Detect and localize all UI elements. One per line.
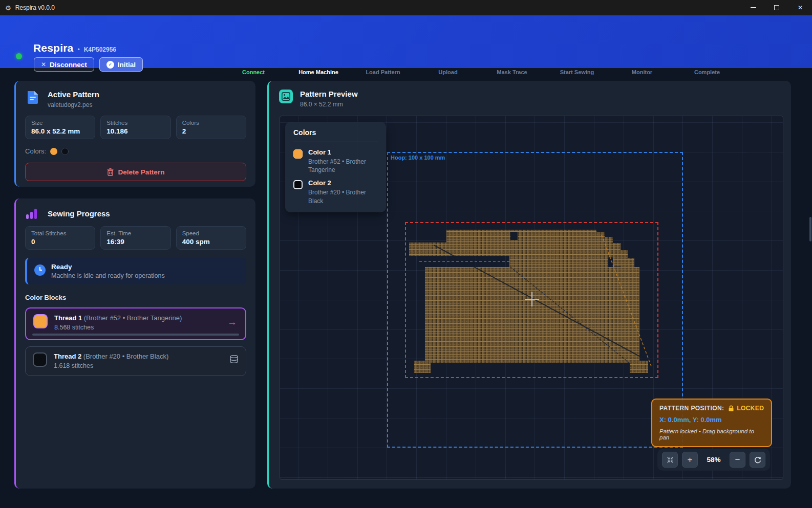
thread-1-title: Thread 1 <box>54 314 82 322</box>
stat-size-value: 86.0 x 52.2 mm <box>31 127 89 135</box>
pattern-bounding-box <box>405 222 658 378</box>
thread-1-swatch <box>33 314 48 328</box>
legend-color-1-name: Color 1 <box>308 148 375 156</box>
stat-speed-label: Speed <box>182 230 240 236</box>
initial-label: Initial <box>118 61 136 69</box>
thread-1-detail: (Brother #52 • Brother Tangerine) <box>84 314 182 322</box>
thread-2-title: Thread 2 <box>54 352 81 360</box>
hoop-label: Hoop: 100 x 100 mm <box>391 154 445 161</box>
close-button[interactable]: ✕ <box>788 0 812 15</box>
step-load-pattern-label: Load Pattern <box>352 69 414 75</box>
thread-2-detail: (Brother #20 • Brother Black) <box>83 352 168 360</box>
document-icon <box>26 90 40 106</box>
close-icon: ✕ <box>41 61 46 68</box>
legend-color-2-name: Color 2 <box>308 179 375 187</box>
pattern-coordinates: X: 0.0mm, Y: 0.0mm <box>659 416 764 424</box>
status-title: Ready <box>51 263 165 271</box>
disconnect-label: Disconnect <box>50 61 87 69</box>
legend-color-2: Color 2 Brother #20 • Brother Black <box>293 179 378 205</box>
pattern-preview-title: Pattern Preview <box>300 90 358 98</box>
legend-color-1-detail: Brother #52 • Brother Tangerine <box>308 158 375 174</box>
legend-swatch-orange <box>293 149 303 159</box>
pattern-position-overlay: PATTERN POSITION: LOCKED X: 0.0mm, Y: 0.… <box>651 399 772 447</box>
app-name: Respira <box>33 42 73 54</box>
preview-canvas[interactable]: Hoop: 100 x 100 mm <box>280 116 783 480</box>
machine-status-box: Ready Machine is idle and ready for oper… <box>25 258 246 284</box>
zoom-level: 58% <box>702 456 725 463</box>
maximize-button[interactable] <box>765 0 788 15</box>
app-icon: ⚙ <box>5 4 11 12</box>
step-mask-trace-label: Mask Trace <box>481 69 543 75</box>
zoom-in-button[interactable]: + <box>682 452 698 468</box>
minimize-button[interactable] <box>741 0 765 15</box>
thread-1-name: Thread 1 (Brother #52 • Brother Tangerin… <box>54 314 182 322</box>
trash-icon <box>107 168 114 176</box>
thread-2-row[interactable]: Thread 2 (Brother #20 • Brother Black) 1… <box>25 346 246 376</box>
color-blocks-heading: Color Blocks <box>16 284 255 301</box>
pattern-dimensions: 86.0 × 52.2 mm <box>300 101 358 108</box>
step-monitor-label: Monitor <box>611 69 673 75</box>
sewing-progress-card: Sewing Progress Total Stitches 0 Est. Ti… <box>14 198 255 489</box>
step-upload-label: Upload <box>417 69 479 75</box>
colors-legend: Colors Color 1 Brother #52 • Brother Tan… <box>285 122 386 212</box>
window-scrollbar[interactable] <box>809 217 811 241</box>
app-header: Respira • K4P502956 ✕ Disconnect ✓ Initi… <box>0 15 812 68</box>
step-start-sewing-label: Start Sewing <box>546 69 608 75</box>
delete-pattern-button[interactable]: Delete Pattern <box>25 163 246 181</box>
stat-est-time-value: 16:39 <box>106 238 164 246</box>
pattern-position-label: PATTERN POSITION: <box>659 405 724 412</box>
check-circle-icon: ✓ <box>106 61 114 69</box>
active-pattern-title: Active Pattern <box>48 90 99 99</box>
colors-label: Colors: <box>25 147 46 155</box>
legend-title: Colors <box>293 128 378 137</box>
color-dot-black <box>61 148 69 155</box>
zoom-toolbar: + 58% − <box>657 449 770 471</box>
initial-button[interactable]: ✓ Initial <box>99 57 143 72</box>
stat-stitches: Stitches 10.186 <box>100 116 170 139</box>
stat-size: Size 86.0 x 52.2 mm <box>25 116 95 139</box>
clock-icon <box>34 264 46 276</box>
window-titlebar: ⚙ Respira v0.0.0 ✕ <box>0 0 812 15</box>
disconnect-button[interactable]: ✕ Disconnect <box>34 57 94 72</box>
delete-pattern-label: Delete Pattern <box>118 168 165 176</box>
reset-view-button[interactable] <box>750 452 765 468</box>
zoom-out-button[interactable]: − <box>730 452 745 468</box>
legend-color-1: Color 1 Brother #52 • Brother Tangerine <box>293 148 378 174</box>
image-icon <box>279 90 293 103</box>
compress-icon <box>666 456 674 464</box>
thread-1-row[interactable]: Thread 1 (Brother #52 • Brother Tangerin… <box>25 307 246 340</box>
stat-total-stitches-value: 0 <box>31 238 89 246</box>
stat-colors-label: Colors <box>182 120 240 126</box>
stat-total-stitches: Total Stitches 0 <box>25 226 95 250</box>
thread-2-name: Thread 2 (Brother #20 • Brother Black) <box>54 352 168 360</box>
bar-chart-icon <box>26 208 40 219</box>
step-complete-label: Complete <box>676 69 738 75</box>
database-icon <box>229 355 239 366</box>
thread-2-swatch <box>33 352 47 367</box>
stat-colors: Colors 2 <box>176 116 246 139</box>
pattern-preview-panel: Pattern Preview 86.0 × 52.2 mm Hoop: 100… <box>267 81 791 489</box>
legend-swatch-black <box>293 180 303 189</box>
active-pattern-card: Active Pattern valetudogv2.pes Size 86.0… <box>14 81 255 187</box>
stat-speed-value: 400 spm <box>182 238 240 246</box>
fit-view-button[interactable] <box>662 452 678 468</box>
step-connect-label: Connect <box>223 69 284 75</box>
stat-stitches-value: 10.186 <box>106 127 164 135</box>
stat-total-stitches-label: Total Stitches <box>31 230 89 236</box>
stat-est-time-label: Est. Time <box>106 230 164 236</box>
stat-colors-value: 2 <box>182 127 240 135</box>
thread-1-progress-bar <box>32 334 239 336</box>
stat-size-label: Size <box>31 120 89 126</box>
legend-color-2-detail: Brother #20 • Brother Black <box>308 188 375 205</box>
pattern-position-hint: Pattern locked • Drag background to pan <box>659 428 764 440</box>
lock-icon <box>728 405 734 412</box>
stat-speed: Speed 400 spm <box>176 226 246 250</box>
thread-2-stitches: 1.618 stitches <box>54 362 168 369</box>
connection-status-dot <box>16 53 22 59</box>
serial-separator: • <box>77 46 79 53</box>
color-dot-orange <box>50 148 57 155</box>
status-subtitle: Machine is idle and ready for operations <box>51 272 165 279</box>
refresh-icon <box>754 456 762 464</box>
step-home-machine-label: Home Machine <box>288 69 349 75</box>
machine-serial: K4P502956 <box>84 46 116 53</box>
